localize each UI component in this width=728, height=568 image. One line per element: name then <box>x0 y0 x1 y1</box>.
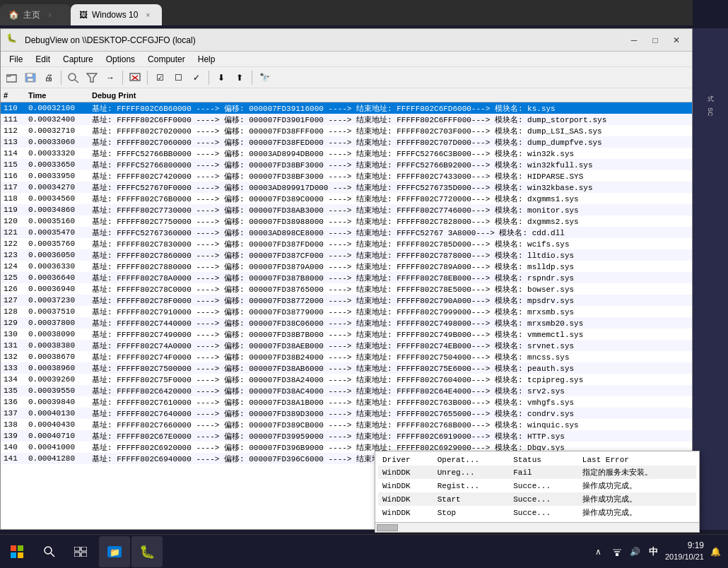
table-row[interactable]: 1170.00034270基址: FFFFC527670F0000 ----> … <box>1 182 692 193</box>
menu-file[interactable]: File <box>4 53 28 66</box>
taskbar-app-explorer[interactable]: 📁 <box>99 536 130 567</box>
col-header-time: Time <box>25 91 89 100</box>
cell-num: 119 <box>1 206 25 214</box>
tab-home[interactable]: 🏠 主页 × <box>0 4 71 25</box>
sub-table-cell: Start <box>433 492 510 506</box>
toolbar-checkbox2-button[interactable]: ☐ <box>170 69 187 86</box>
sub-table-cell: WinDDK <box>378 506 433 519</box>
cell-time: 0.00037230 <box>25 296 89 304</box>
taskbar-taskview-button[interactable] <box>65 535 96 569</box>
table-row[interactable]: 1210.00035470基址: FFFFC52767360000 ----> … <box>1 227 692 238</box>
toolbar-check-button[interactable]: ✓ <box>188 69 205 86</box>
window-close-button[interactable]: ✕ <box>667 32 686 48</box>
table-row[interactable]: 1260.00036940基址: FFFFF802C78C0000 ----> … <box>1 283 692 295</box>
svg-rect-22 <box>616 553 618 556</box>
menu-computer[interactable]: Computer <box>142 53 191 66</box>
table-row[interactable]: 1220.00035760基址: FFFFF802C7830000 ----> … <box>1 238 692 249</box>
cell-num: 136 <box>1 398 25 406</box>
sub-table-row[interactable]: WinDDKRegist...Succe...操作成功完成。 <box>378 479 696 492</box>
cell-time: 0.00040710 <box>25 432 89 440</box>
cell-time: 0.00036050 <box>25 251 89 259</box>
sub-table-cell: 操作成功完成。 <box>578 479 696 492</box>
table-row[interactable]: 1160.00033950基址: FFFFF802C7420000 ----> … <box>1 170 692 182</box>
table-row[interactable]: 1360.00039840基址: FFFFF802C7610000 ----> … <box>1 396 692 408</box>
cell-num: 139 <box>1 432 25 440</box>
svg-rect-3 <box>28 78 33 81</box>
toolbar-save-button[interactable] <box>22 69 39 86</box>
table-row[interactable]: 1200.00035160基址: FFFFF802C7750000 ----> … <box>1 215 692 227</box>
toolbar-open-button[interactable] <box>4 69 20 86</box>
sub-scrollbar[interactable] <box>375 522 699 532</box>
table-row[interactable]: 1190.00034860基址: FFFFF802C7730000 ----> … <box>1 204 692 215</box>
table-row[interactable]: 1320.00038670基址: FFFFF802C74F0000 ----> … <box>1 351 692 362</box>
table-row[interactable]: 1250.00036640基址: FFFFF802C78A0000 ----> … <box>1 272 692 283</box>
table-row[interactable]: 1240.00036330基址: FFFFF802C7880000 ----> … <box>1 261 692 272</box>
toolbar-print-button[interactable]: 🖨 <box>40 69 57 86</box>
toolbar-checkbox-button[interactable]: ☑ <box>151 69 168 86</box>
toolbar-down-arrow-button[interactable]: ⬇ <box>213 69 230 86</box>
menu-options[interactable]: Options <box>100 53 141 66</box>
sub-table-cell: 操作成功完成。 <box>578 492 696 506</box>
window-maximize-button[interactable]: □ <box>645 32 665 48</box>
table-row[interactable]: 1380.00040430基址: FFFFF802C7660000 ----> … <box>1 419 692 430</box>
table-row[interactable]: 1310.00038380基址: FFFFF802C74A0000 ----> … <box>1 340 692 351</box>
sub-table-row[interactable]: WinDDKStopSucce...操作成功完成。 <box>378 506 696 519</box>
cell-time: 0.00034560 <box>25 194 89 203</box>
toolbar-filter-button[interactable] <box>83 69 100 86</box>
tab-win10[interactable]: 🖼 Windows 10 × <box>71 4 162 25</box>
sub-scroll-thumb[interactable] <box>377 524 398 531</box>
menu-edit[interactable]: Edit <box>30 53 56 66</box>
table-row[interactable]: 1100.00032100基址: FFFFF802C6B60000 ----> … <box>1 102 692 114</box>
table-row[interactable]: 1390.00040710基址: FFFFF802C67E0000 ----> … <box>1 430 692 442</box>
toolbar-arrow-button[interactable]: → <box>102 69 119 86</box>
taskbar-date: 2019/10/21 <box>665 552 704 562</box>
cell-debug: 基址: FFFFF802C75F0000 ----> 偏移: 000007FD3… <box>89 374 692 385</box>
taskbar-app-debugview[interactable]: 🐛 <box>131 536 163 567</box>
table-row[interactable]: 1350.00039550基址: FFFFF802C6420000 ----> … <box>1 385 692 396</box>
toolbar-clear-button[interactable] <box>127 69 143 86</box>
taskbar-time-display[interactable]: 9:19 2019/10/21 <box>665 540 704 562</box>
table-row[interactable]: 1280.00037510基址: FFFFF802C7910000 ----> … <box>1 306 692 317</box>
cell-debug: 基址: FFFFF802C7830000 ----> 偏移: 000007FD3… <box>89 239 692 249</box>
table-row[interactable]: 1370.00040130基址: FFFFF802C7640000 ----> … <box>1 408 692 419</box>
toolbar-search-button[interactable] <box>65 69 82 86</box>
table-row[interactable]: 1110.00032400基址: FFFFF802C6FF0000 ----> … <box>1 114 692 125</box>
sub-table-cell: Succe... <box>509 492 578 506</box>
cell-debug: 基址: FFFFF802C7730000 ----> 偏移: 000007FD3… <box>89 205 692 215</box>
window-minimize-button[interactable]: ─ <box>624 32 644 48</box>
table-row[interactable]: 1180.00034560基址: FFFFF802C76B0000 ----> … <box>1 193 692 204</box>
toolbar-up-arrow-button[interactable]: ⬆ <box>231 69 248 86</box>
table-row[interactable]: 1230.00036050基址: FFFFF802C7860000 ----> … <box>1 249 692 261</box>
cell-num: 116 <box>1 172 25 180</box>
menu-help[interactable]: Help <box>192 53 221 66</box>
table-row[interactable]: 1120.00032710基址: FFFFF802C7020000 ----> … <box>1 125 692 136</box>
sub-table-row[interactable]: WinDDKUnreg...Fail指定的服务未安装。 <box>378 466 696 479</box>
tab-home-close[interactable]: × <box>45 9 56 20</box>
table-row[interactable]: 1150.00033650基址: FFFFC52766800000 ----> … <box>1 159 692 170</box>
table-row[interactable]: 1300.00038090基址: FFFFF802C7490000 ----> … <box>1 329 692 340</box>
cell-time: 0.00033320 <box>25 149 89 158</box>
table-row[interactable]: 1330.00038960基址: FFFFF802C7500000 ----> … <box>1 362 692 374</box>
tray-network-icon[interactable] <box>610 545 624 559</box>
toolbar-sep-3 <box>147 71 148 85</box>
table-row[interactable]: 1130.00033060基址: FFFFF802C7060000 ----> … <box>1 136 692 148</box>
menu-capture[interactable]: Capture <box>57 53 99 66</box>
tray-up-arrow-icon[interactable]: ∧ <box>592 545 606 559</box>
start-button[interactable] <box>0 535 34 569</box>
tray-ime-label[interactable]: 中 <box>647 545 661 559</box>
cell-time: 0.00037510 <box>25 307 89 316</box>
table-row[interactable]: 1140.00033320基址: FFFFC52766BB0000 ----> … <box>1 148 692 159</box>
toolbar-binoculars-button[interactable]: 🔭 <box>256 69 273 86</box>
sub-table-row[interactable]: WinDDKStartSucce...操作成功完成。 <box>378 492 696 506</box>
tab-win10-close[interactable]: × <box>142 9 153 20</box>
svg-point-4 <box>69 73 76 81</box>
taskbar-tray: ∧ 🔊 中 9:19 2019/10/21 🔔 <box>586 540 728 562</box>
tray-volume-icon[interactable]: 🔊 <box>628 545 642 559</box>
table-row[interactable]: 1340.00039260基址: FFFFF802C75F0000 ----> … <box>1 374 692 385</box>
sub-table-row[interactable]: DriverOperat...StatusLast Error <box>378 454 696 466</box>
tray-notification-icon[interactable]: 🔔 <box>708 545 722 559</box>
table-row[interactable]: 1270.00037230基址: FFFFF802C78F0000 ----> … <box>1 295 692 306</box>
table-row[interactable]: 1290.00037800基址: FFFFF802C7440000 ----> … <box>1 317 692 329</box>
taskbar-search-button[interactable] <box>34 535 65 569</box>
cell-time: 0.00033950 <box>25 172 89 180</box>
